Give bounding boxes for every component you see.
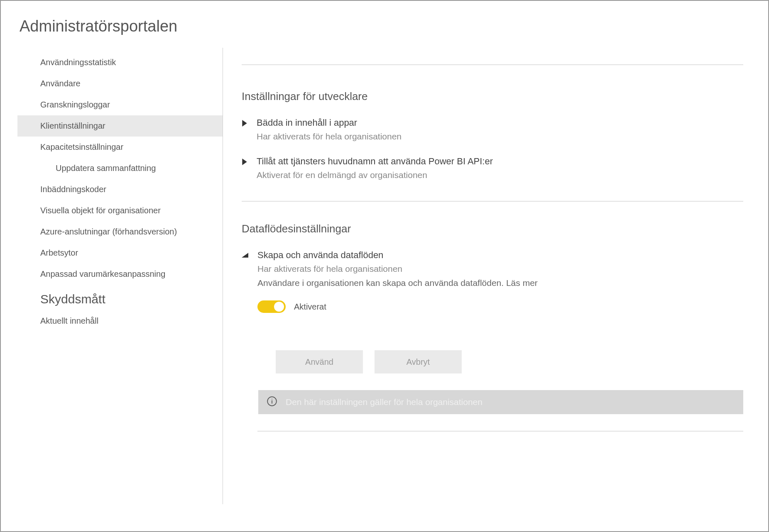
info-text: Den här inställningen gäller för hela or…: [286, 397, 482, 407]
toggle-label: Aktiverat: [294, 302, 326, 312]
sidebar-item-azure-connections[interactable]: Azure-anslutningar (förhandsversion): [17, 221, 223, 242]
sidebar-item-users[interactable]: Användare: [17, 73, 223, 94]
divider: [242, 201, 743, 202]
sidebar-item-embed-codes[interactable]: Inbäddningskoder: [17, 179, 223, 200]
sidebar-item-refresh-summary[interactable]: Uppdatera sammanfattning: [17, 158, 223, 179]
sidebar-item-protection-metrics[interactable]: Skyddsmått: [17, 285, 223, 310]
toggle-knob: [274, 302, 284, 312]
sidebar: Användningsstatistik Användare Gransknin…: [17, 48, 223, 504]
info-banner: Den här inställningen gäller för hela or…: [258, 390, 743, 414]
svg-marker-2: [242, 253, 248, 257]
divider: [242, 64, 743, 65]
setting-subtitle: Har aktiverats för hela organisationen: [257, 132, 743, 142]
setting-subtitle: Har aktiverats för hela organisationen: [257, 264, 743, 274]
chevron-right-icon: [242, 120, 247, 127]
svg-point-5: [272, 399, 272, 400]
cancel-button[interactable]: Avbryt: [375, 350, 462, 373]
sidebar-item-org-visuals[interactable]: Visuella objekt för organisationer: [17, 200, 223, 221]
main-content: Inställningar för utvecklare Bädda in in…: [223, 48, 768, 504]
setting-title: Bädda in innehåll i appar: [257, 117, 743, 128]
developer-settings-heading: Inställningar för utvecklare: [242, 90, 743, 103]
setting-embed-content[interactable]: Bädda in innehåll i appar Har aktiverats…: [242, 117, 743, 142]
setting-title: Tillåt att tjänsters huvudnamn att använ…: [257, 156, 743, 167]
apply-button[interactable]: Använd: [276, 350, 363, 373]
toggle-switch[interactable]: [257, 300, 286, 313]
setting-create-dataflows[interactable]: Skapa och använda dataflöden Har aktiver…: [242, 250, 743, 432]
sidebar-item-usage-stats[interactable]: Användningsstatistik: [17, 52, 223, 73]
sidebar-item-tenant-settings[interactable]: Klientinställningar: [17, 115, 223, 137]
sidebar-item-workspaces[interactable]: Arbetsytor: [17, 242, 223, 264]
chevron-up-icon: [242, 252, 248, 258]
page-title: Administratörsportalen: [1, 1, 768, 48]
info-icon: [267, 396, 277, 408]
divider: [257, 431, 743, 432]
sidebar-item-capacity-settings[interactable]: Kapacitetsinställningar: [17, 137, 223, 158]
svg-marker-0: [242, 120, 247, 127]
setting-description: Användare i organisationen kan skapa och…: [257, 278, 743, 288]
setting-subtitle: Aktiverat för en delmängd av organisatio…: [257, 170, 743, 180]
sidebar-item-audit-logs[interactable]: Granskningsloggar: [17, 94, 223, 115]
sidebar-item-featured-content[interactable]: Aktuellt innehåll: [17, 310, 223, 332]
setting-title: Skapa och använda dataflöden: [257, 250, 743, 261]
svg-marker-1: [242, 159, 247, 165]
setting-service-principals[interactable]: Tillåt att tjänsters huvudnamn att använ…: [242, 156, 743, 180]
sidebar-item-custom-branding[interactable]: Anpassad varumärkesanpassning: [17, 264, 223, 285]
dataflow-settings-heading: Dataflödesinställningar: [242, 222, 743, 235]
chevron-right-icon: [242, 159, 247, 165]
